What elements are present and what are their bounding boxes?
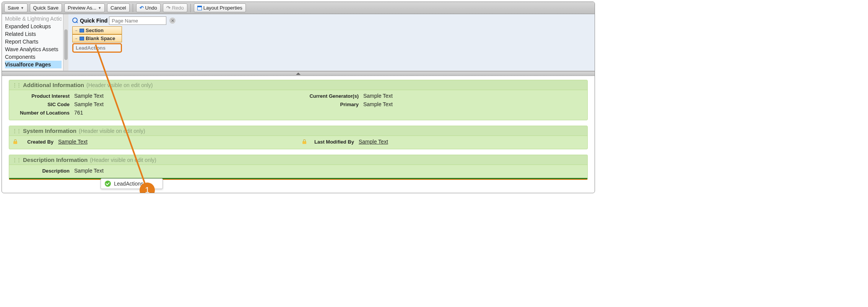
- section-title: Additional Information: [23, 82, 84, 88]
- field-value[interactable]: Sample Text: [363, 101, 393, 107]
- grip-icon: ⋮⋮: [12, 157, 21, 163]
- section-icon: [80, 29, 84, 32]
- layout-icon: [197, 6, 202, 10]
- lock-icon: [302, 139, 307, 144]
- field-label: Description: [13, 168, 74, 174]
- blank-space-icon: [80, 37, 84, 40]
- layout-section[interactable]: ⋮⋮ Additional Information (Header visibl…: [9, 80, 588, 120]
- grip-icon: ⋮⋮: [12, 128, 21, 134]
- collapse-bar[interactable]: [2, 71, 595, 76]
- field-label: Number of Locations: [13, 110, 74, 116]
- field-value[interactable]: Sample Text: [363, 93, 393, 99]
- layout-section[interactable]: ⋮⋮ System Information (Header visible on…: [9, 126, 588, 149]
- palette-chip-section[interactable]: →Section: [72, 26, 122, 34]
- field-label: SIC Code: [13, 102, 74, 107]
- quick-find-label: Quick Find: [80, 18, 107, 24]
- sidebar-item[interactable]: Report Charts: [5, 38, 62, 45]
- section-title: System Information: [23, 128, 76, 134]
- layout-section-drop-target[interactable]: ⋮⋮ Description Information (Header visib…: [9, 155, 588, 180]
- palette-categories: Mobile & Lightning Actions Expanded Look…: [2, 14, 63, 71]
- sidebar-scrollbar[interactable]: [63, 14, 68, 71]
- sidebar-item[interactable]: Components: [5, 53, 62, 61]
- search-icon: [72, 18, 78, 24]
- section-note: (Header visible on edit only): [86, 82, 153, 88]
- sidebar-item[interactable]: Mobile & Lightning Actions: [5, 15, 62, 23]
- field-value[interactable]: Sample Text: [74, 101, 104, 107]
- caret-down-icon: ▼: [98, 6, 101, 10]
- field-label: Created By: [20, 139, 58, 145]
- caret-down-icon: ▼: [21, 6, 24, 10]
- separator: [133, 4, 133, 12]
- quick-save-button[interactable]: Quick Save: [30, 3, 62, 12]
- sidebar-item[interactable]: Expanded Lookups: [5, 23, 62, 30]
- field-value[interactable]: Sample Text: [74, 168, 104, 174]
- palette-chip-blank-space[interactable]: →Blank Space: [72, 34, 122, 42]
- lock-icon: [13, 139, 18, 144]
- insert-icon: →: [74, 28, 78, 32]
- field-value[interactable]: 761: [74, 110, 83, 116]
- grip-icon: ⋮⋮: [12, 82, 21, 88]
- chevron-up-icon: [296, 73, 301, 75]
- field-value[interactable]: Sample Text: [359, 139, 388, 145]
- field-label: Primary: [302, 102, 363, 107]
- sidebar-item-selected[interactable]: Visualforce Pages: [5, 61, 62, 68]
- undo-icon: ↶: [140, 5, 144, 11]
- insert-icon: →: [74, 36, 78, 40]
- cancel-button[interactable]: Cancel: [107, 3, 129, 12]
- drop-tooltip-label: LeadActions: [114, 181, 143, 187]
- clear-search-icon[interactable]: ✕: [169, 18, 176, 24]
- field-value[interactable]: Sample Text: [58, 139, 88, 145]
- undo-button[interactable]: ↶Undo: [136, 3, 161, 12]
- redo-button: ↷Redo: [163, 3, 187, 12]
- section-note: (Header visible on edit only): [90, 157, 156, 163]
- quick-find-input[interactable]: [109, 16, 166, 25]
- field-label: Last Modified By: [309, 139, 359, 145]
- sidebar-item[interactable]: Wave Analytics Assets: [5, 45, 62, 53]
- check-icon: [105, 181, 111, 187]
- toolbar: Save▼ Quick Save Preview As...▼ Cancel ↶…: [2, 2, 595, 14]
- layout-canvas: ⋮⋮ Additional Information (Header visibl…: [2, 76, 595, 193]
- field-label: Current Generator(s): [302, 93, 363, 99]
- redo-icon: ↷: [166, 5, 171, 11]
- field-label: Product Interest: [13, 93, 74, 99]
- section-title: Description Information: [23, 157, 88, 163]
- field-value[interactable]: Sample Text: [74, 93, 104, 99]
- palette-item-lead-actions[interactable]: LeadActions: [72, 43, 122, 53]
- preview-as-button[interactable]: Preview As...▼: [64, 3, 105, 12]
- sidebar-item[interactable]: Related Lists: [5, 30, 62, 38]
- scrollbar-thumb[interactable]: [64, 29, 68, 60]
- separator: [190, 4, 191, 12]
- palette-panel: Quick Find ✕ →Section →Blank Space LeadA…: [68, 14, 595, 71]
- section-note: (Header visible on edit only): [79, 128, 145, 134]
- save-button[interactable]: Save▼: [4, 3, 28, 12]
- layout-properties-button[interactable]: Layout Properties: [194, 3, 246, 12]
